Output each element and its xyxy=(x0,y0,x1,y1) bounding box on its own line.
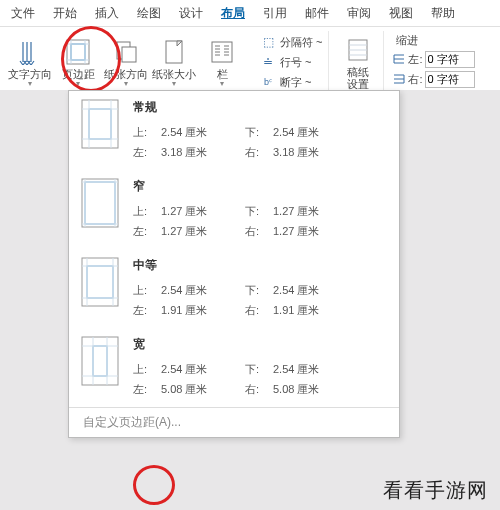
preset-left: 1.27 厘米 xyxy=(161,224,245,239)
label-top: 上: xyxy=(133,204,161,219)
label-top: 上: xyxy=(133,362,161,377)
text-direction-icon xyxy=(16,38,44,66)
indent-right-row: 右: xyxy=(392,70,474,88)
chevron-down-icon: ▾ xyxy=(172,79,176,88)
preset-right: 3.18 厘米 xyxy=(273,145,357,160)
preset-left: 1.91 厘米 xyxy=(161,303,245,318)
menu-view[interactable]: 视图 xyxy=(380,0,422,26)
preset-name: 窄 xyxy=(133,178,387,195)
label-bottom: 下: xyxy=(245,125,273,140)
indent-left-icon xyxy=(392,52,406,66)
preset-name: 常规 xyxy=(133,99,387,116)
label-right: 右: xyxy=(245,145,273,160)
indent-right-label: 右: xyxy=(408,72,422,87)
menu-mail[interactable]: 邮件 xyxy=(296,0,338,26)
chevron-down-icon: ▾ xyxy=(124,79,128,88)
text-direction-button[interactable]: 文字方向 ▾ xyxy=(6,31,54,95)
preset-top: 2.54 厘米 xyxy=(161,362,245,377)
menu-draw[interactable]: 绘图 xyxy=(128,0,170,26)
svg-rect-40 xyxy=(82,337,118,385)
orientation-button[interactable]: 纸张方向 ▾ xyxy=(102,31,150,95)
chevron-down-icon: ▾ xyxy=(76,79,80,88)
preset-left: 5.08 厘米 xyxy=(161,382,245,397)
svg-rect-28 xyxy=(82,179,118,227)
margin-preset-normal-icon xyxy=(81,99,119,149)
line-numbers-icon: ≐ xyxy=(260,54,276,70)
margin-preset-moderate[interactable]: 中等 上: 2.54 厘米 下: 2.54 厘米 左: 1.91 厘米 右: 1… xyxy=(69,249,399,328)
label-right: 右: xyxy=(245,303,273,318)
margin-preset-normal[interactable]: 常规 上: 2.54 厘米 下: 2.54 厘米 左: 3.18 厘米 右: 3… xyxy=(69,91,399,170)
svg-rect-7 xyxy=(122,47,136,62)
ribbon-group-page-setup: 文字方向 ▾ 页边距 ▾ 纸张方向 ▾ xyxy=(2,31,250,95)
svg-rect-8 xyxy=(166,41,182,63)
margin-preset-narrow-icon xyxy=(81,178,119,228)
indent-right-icon xyxy=(392,72,406,86)
menu-file[interactable]: 文件 xyxy=(2,0,44,26)
columns-icon xyxy=(208,38,236,66)
preset-right: 5.08 厘米 xyxy=(273,382,357,397)
indent-left-input[interactable] xyxy=(425,51,475,68)
hyphenation-label: 断字 ~ xyxy=(280,75,311,90)
label-bottom: 下: xyxy=(245,362,273,377)
menu-design[interactable]: 设计 xyxy=(170,0,212,26)
margins-dropdown: 常规 上: 2.54 厘米 下: 2.54 厘米 左: 3.18 厘米 右: 3… xyxy=(68,90,400,438)
gaozhi-sub: 设置 xyxy=(347,78,369,90)
label-top: 上: xyxy=(133,283,161,298)
layout-ribbon: 文字方向 ▾ 页边距 ▾ 纸张方向 ▾ xyxy=(0,27,500,98)
menu-review[interactable]: 审阅 xyxy=(338,0,380,26)
preset-bottom: 2.54 厘米 xyxy=(273,125,357,140)
preset-bottom: 2.54 厘米 xyxy=(273,283,357,298)
margins-button[interactable]: 页边距 ▾ xyxy=(54,31,102,95)
menu-bar: 文件 开始 插入 绘图 设计 布局 引用 邮件 审阅 视图 帮助 xyxy=(0,0,500,27)
preset-bottom: 2.54 厘米 xyxy=(273,362,357,377)
chevron-down-icon: ▾ xyxy=(28,79,32,88)
label-bottom: 下: xyxy=(245,283,273,298)
margin-preset-narrow[interactable]: 窄 上: 1.27 厘米 下: 1.27 厘米 左: 1.27 厘米 右: 1.… xyxy=(69,170,399,249)
ribbon-group-gaozhi: 稿纸 设置 xyxy=(333,31,384,95)
menu-references[interactable]: 引用 xyxy=(254,0,296,26)
menu-insert[interactable]: 插入 xyxy=(86,0,128,26)
preset-top: 2.54 厘米 xyxy=(161,125,245,140)
menu-help[interactable]: 帮助 xyxy=(422,0,464,26)
ribbon-group-indent: 缩进 左: 右: xyxy=(388,31,478,88)
line-numbers-button[interactable]: ≐ 行号 ~ xyxy=(258,53,324,71)
margin-preset-wide[interactable]: 宽 上: 2.54 厘米 下: 2.54 厘米 左: 5.08 厘米 右: 5.… xyxy=(69,328,399,407)
custom-margins-button[interactable]: 自定义页边距(A)... xyxy=(69,407,399,437)
preset-top: 1.27 厘米 xyxy=(161,204,245,219)
svg-rect-22 xyxy=(82,100,118,148)
gaozhi-icon xyxy=(344,36,372,64)
paper-size-button[interactable]: 纸张大小 ▾ xyxy=(150,31,198,95)
columns-button[interactable]: 栏 ▾ xyxy=(198,31,246,95)
label-left: 左: xyxy=(133,382,161,397)
watermark-text: 看看手游网 xyxy=(383,477,488,504)
preset-name: 中等 xyxy=(133,257,387,274)
label-bottom: 下: xyxy=(245,204,273,219)
ribbon-group-breaks: ⬚ 分隔符 ~ ≐ 行号 ~ bᶜ 断字 ~ xyxy=(254,31,329,93)
indent-right-input[interactable] xyxy=(425,71,475,88)
indent-left-row: 左: xyxy=(392,50,474,68)
line-numbers-label: 行号 ~ xyxy=(280,55,311,70)
menu-layout[interactable]: 布局 xyxy=(212,0,254,26)
preset-name: 宽 xyxy=(133,336,387,353)
label-left: 左: xyxy=(133,224,161,239)
indent-heading: 缩进 xyxy=(392,33,474,48)
menu-home[interactable]: 开始 xyxy=(44,0,86,26)
paper-size-icon xyxy=(160,38,188,66)
margin-preset-wide-icon xyxy=(81,336,119,386)
preset-right: 1.91 厘米 xyxy=(273,303,357,318)
breaks-icon: ⬚ xyxy=(260,34,276,50)
hyphenation-icon: bᶜ xyxy=(260,74,276,90)
label-top: 上: xyxy=(133,125,161,140)
gaozhi-button[interactable]: 稿纸 设置 xyxy=(337,31,379,95)
preset-top: 2.54 厘米 xyxy=(161,283,245,298)
breaks-button[interactable]: ⬚ 分隔符 ~ xyxy=(258,33,324,51)
breaks-label: 分隔符 ~ xyxy=(280,35,322,50)
hyphenation-button[interactable]: bᶜ 断字 ~ xyxy=(258,73,324,91)
chevron-down-icon: ▾ xyxy=(220,79,224,88)
preset-bottom: 1.27 厘米 xyxy=(273,204,357,219)
margin-preset-moderate-icon xyxy=(81,257,119,307)
margins-icon xyxy=(64,38,92,66)
preset-left: 3.18 厘米 xyxy=(161,145,245,160)
preset-right: 1.27 厘米 xyxy=(273,224,357,239)
orientation-icon xyxy=(112,38,140,66)
